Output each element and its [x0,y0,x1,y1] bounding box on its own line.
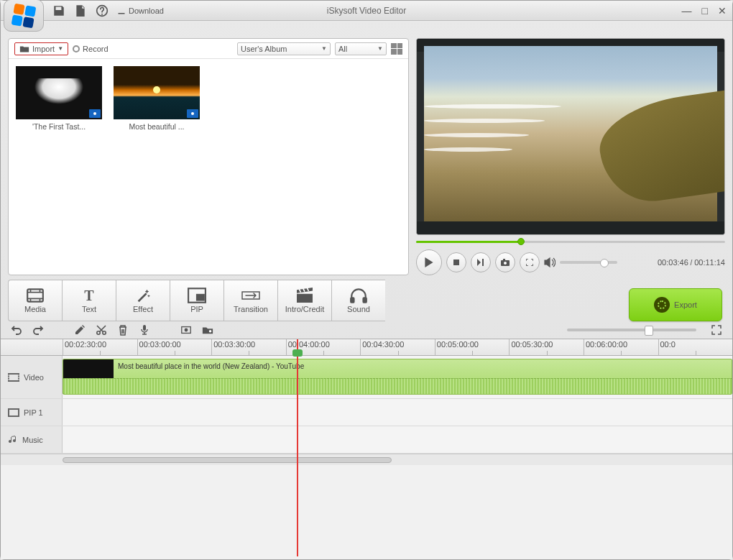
ruler-tick: 00:03:00:00 [137,339,212,355]
zoom-slider[interactable] [567,329,696,331]
import-button[interactable]: Import ▼ [14,42,68,55]
app-logo [4,0,44,32]
svg-rect-9 [351,298,354,303]
volume-slider[interactable] [560,261,617,264]
tab-intro-credit[interactable]: Intro/Credit [277,280,331,321]
tab-label: Sound [347,305,370,313]
record-icon [73,45,80,52]
album-value: User's Album [241,45,287,53]
svg-rect-5 [27,289,43,301]
tool-tabs: Media T Text Effect PIP Transition Intro… [1,280,732,321]
film-icon [8,408,19,417]
track-body[interactable] [63,399,732,426]
tab-media[interactable]: Media [8,280,62,321]
snapshot-button[interactable] [495,252,515,272]
ruler-tick: 00:05:00:00 [435,339,510,355]
ruler-tick: 00:05:30:00 [509,339,584,355]
download-label: Download [129,6,164,15]
media-thumb [114,66,200,119]
download-button[interactable]: Download [117,6,164,15]
timeline-tracks: Video Most beautiful place in the world … [1,356,732,559]
svg-rect-13 [143,325,146,331]
edit-icon[interactable] [74,324,86,336]
video-clip[interactable]: Most beautiful place in the world (New Z… [63,359,732,395]
tab-sound[interactable]: Sound [331,280,385,321]
tab-label: Text [82,305,96,313]
cut-icon[interactable] [96,324,107,336]
record-button[interactable]: Record [73,45,108,53]
track-body[interactable] [63,426,732,453]
media-item-label: 'The First Tast... [16,122,102,131]
timeline-scrollbar[interactable] [1,454,732,465]
export-label: Export [674,300,697,309]
redo-icon[interactable] [32,324,44,336]
title-bar: Download iSkysoft Video Editor — □ ✕ [1,1,732,21]
filter-value: All [338,45,347,53]
film-icon [8,373,19,382]
tab-label: Intro/Credit [285,305,324,313]
tab-pip[interactable]: PIP [170,280,223,321]
tab-label: Media [24,305,46,313]
svg-rect-10 [364,298,366,303]
undo-icon[interactable] [11,324,22,336]
media-panel: Import ▼ Record User's Album ▼ All ▼ [8,38,409,275]
chevron-down-icon: ▼ [57,45,63,52]
clip-title: Most beautiful place in the world (New Z… [118,362,304,370]
album-dropdown[interactable]: User's Album ▼ [237,42,331,55]
stop-button[interactable] [446,252,466,272]
timeline-ruler[interactable]: 00:02:30:0000:03:00:0000:03:30:0000:04:0… [1,339,732,356]
preview-controls: 00:03:46 / 00:11:14 [416,249,725,275]
step-forward-button[interactable] [471,252,491,272]
chevron-down-icon: ▼ [377,45,383,52]
media-item[interactable]: Most beautiful ... [114,66,200,131]
tab-label: Transition [234,305,268,313]
maximize-button[interactable]: □ [702,5,708,17]
view-grid-icon[interactable] [391,43,402,55]
media-item[interactable]: 'The First Tast... [16,66,102,131]
settings-folder-icon[interactable] [202,324,213,336]
export-button[interactable]: Export [629,288,722,321]
svg-rect-18 [9,375,18,380]
ruler-tick: 00:04:30:00 [360,339,435,355]
svg-rect-20 [9,410,18,416]
ruler-tick: 00:03:30:00 [211,339,286,355]
playhead-handle[interactable] [292,349,303,357]
minimize-button[interactable]: — [682,5,692,17]
track-label[interactable]: PIP 1 [1,399,63,426]
track-label[interactable]: Music [1,426,63,453]
save-icon[interactable] [52,4,65,17]
track-body[interactable]: Most beautiful place in the world (New Z… [63,356,732,398]
svg-point-15 [185,329,188,331]
tab-transition[interactable]: Transition [223,280,277,321]
voiceover-icon[interactable] [139,324,150,336]
playhead[interactable] [297,339,298,556]
media-toolbar: Import ▼ Record User's Album ▼ All ▼ [9,39,408,59]
tab-text[interactable]: T Text [62,280,116,321]
play-button[interactable] [416,249,442,275]
media-icon [26,288,45,303]
preview-time: 00:03:46 / 00:11:14 [658,258,725,267]
pip-track: PIP 1 [1,399,732,426]
crop-icon[interactable] [180,324,192,336]
help-icon[interactable] [96,4,109,17]
ruler-tick: 00:02:30:00 [63,339,137,355]
filter-dropdown[interactable]: All ▼ [335,42,387,55]
volume-icon[interactable] [544,257,555,267]
preview-progress[interactable] [416,238,725,245]
close-button[interactable]: ✕ [718,5,727,17]
import-label: Import [32,45,55,53]
transition-icon [241,288,260,303]
preview-screen[interactable] [416,38,725,235]
record-label: Record [83,45,108,53]
new-file-icon[interactable] [74,4,87,17]
tab-effect[interactable]: Effect [116,280,170,321]
svg-point-3 [504,262,507,265]
svg-rect-1 [453,260,459,265]
zoom-fit-icon[interactable] [711,324,722,336]
track-label[interactable]: Video [1,356,63,398]
fullscreen-button[interactable] [520,252,540,272]
media-item-label: Most beautiful ... [114,122,200,131]
text-icon: T [80,288,98,303]
delete-icon[interactable] [117,324,129,336]
app-window: Download iSkysoft Video Editor — □ ✕ Imp… [0,0,733,560]
